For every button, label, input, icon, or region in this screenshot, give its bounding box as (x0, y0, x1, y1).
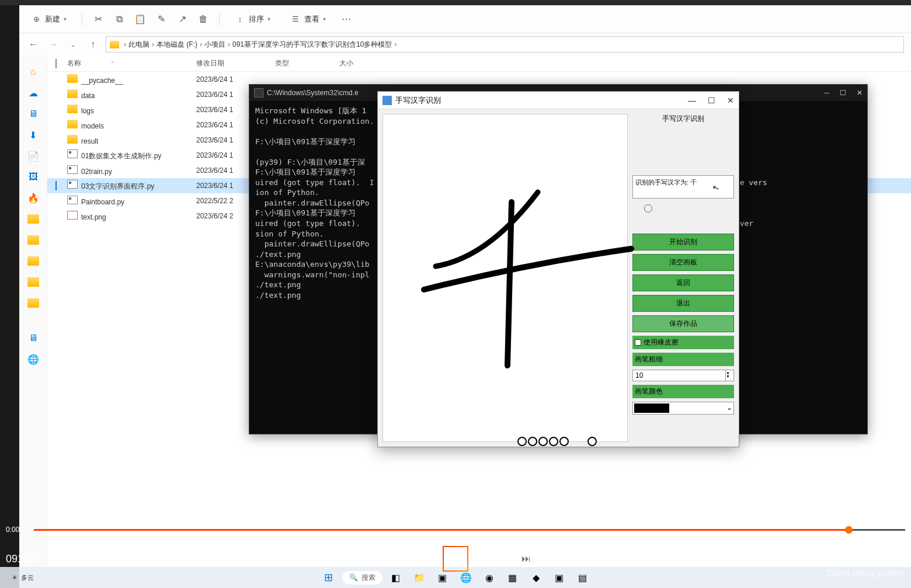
separator (82, 13, 82, 26)
maximize-icon[interactable]: ☐ (840, 89, 846, 97)
sidebar-folder[interactable] (24, 294, 43, 312)
nav-back-icon[interactable]: ← (26, 37, 40, 51)
file-name: models (81, 122, 104, 130)
play-button[interactable]: ▶ (443, 546, 468, 572)
separator (219, 13, 220, 26)
file-date: 2023/6/24 1 (196, 75, 275, 83)
maximize-icon[interactable]: ☐ (708, 96, 715, 105)
os-titlebar (0, 0, 911, 5)
col-type[interactable]: 类型 (275, 58, 339, 68)
col-name[interactable]: 名称⌃ (65, 58, 196, 68)
file-name: result (81, 137, 98, 145)
network-icon[interactable]: 🌐 (24, 350, 43, 368)
handwriting-gui-window: 手写汉字识别 — ☐ ✕ 手写汉字识别 识别的手写汉字为: 千 ↖ (377, 91, 739, 447)
downloads-icon[interactable]: ⬇ (24, 126, 43, 144)
forward-30-icon[interactable]: ↷30 (486, 551, 501, 566)
delete-icon[interactable]: 🗑 (198, 14, 208, 25)
drawing-canvas[interactable] (383, 114, 628, 442)
spin-down-icon[interactable]: ▼ (726, 374, 733, 378)
chevron-right-icon: › (228, 40, 230, 48)
app-icon (383, 96, 392, 105)
documents-icon[interactable]: 📄 (24, 147, 43, 165)
file-name: 03文字识别界面程序.py (81, 182, 154, 190)
sidebar-folder[interactable] (24, 210, 43, 228)
file-name: text.png (81, 213, 106, 221)
py-icon (67, 165, 78, 174)
nav-fwd-icon[interactable]: → (46, 37, 60, 51)
chevron-right-icon: › (124, 40, 126, 48)
chevron-down-icon: ▾ (64, 16, 67, 22)
col-checkbox[interactable] (47, 60, 65, 68)
breadcrumb[interactable]: › 此电脑 › 本地磁盘 (F:) › 小项目 › 091基于深度学习的手写汉字… (106, 36, 904, 53)
video-time: 0:00:51 (6, 526, 29, 534)
bc-folder1[interactable]: 小项目 (204, 40, 225, 50)
sidebar-folder[interactable] (24, 252, 43, 270)
cmd-icon (254, 88, 263, 98)
explorer-sidebar: ⌂ ☁ 🖥 ⬇ 📄 🖼 🔥 🖥 🌐 (19, 55, 47, 588)
folder-icon (67, 74, 78, 83)
onedrive-icon[interactable]: ☁ (24, 83, 43, 102)
shuffle-icon[interactable]: ⤨ (345, 551, 360, 566)
sidebar-folder[interactable] (24, 231, 43, 249)
gui-body: 手写汉字识别 识别的手写汉字为: 千 ↖ 开始识别 清空画板 返回 退出 保存作… (378, 109, 739, 447)
rewind-10-icon[interactable]: ↶10 (410, 551, 425, 566)
copy-icon[interactable]: ⧉ (114, 14, 124, 25)
folder-icon (67, 105, 78, 113)
new-button[interactable]: ⊕ 新建 ▾ (26, 12, 71, 27)
folder-icon (67, 120, 78, 128)
bc-folder2[interactable]: 091基于深度学习的手写汉字数字识别含10多种模型 (232, 40, 392, 50)
minimize-icon[interactable]: ─ (824, 89, 829, 97)
chevron-right-icon: › (152, 40, 154, 48)
gui-title-text: 手写汉字识别 (395, 95, 441, 106)
home-icon[interactable]: ⌂ (24, 62, 43, 81)
sort-asc-icon: ⌃ (110, 61, 115, 67)
col-size[interactable]: 大小 (339, 58, 386, 68)
pictures-icon[interactable]: 🖼 (24, 168, 43, 186)
chevron-down-icon[interactable]: ⌄ (726, 403, 732, 413)
checkbox-icon[interactable] (55, 181, 57, 190)
rename-icon[interactable]: ✎ (156, 14, 166, 25)
music-icon[interactable]: 🔥 (24, 189, 43, 207)
sort-icon: ↕ (235, 14, 245, 25)
file-name: logs (81, 107, 94, 115)
cursor-icon: ↖ (711, 182, 721, 193)
column-headers: 名称⌃ 修改日期 类型 大小 (47, 55, 911, 72)
chevron-right-icon: › (394, 40, 397, 48)
spin-up-icon[interactable]: ▲ (726, 370, 733, 374)
more-icon[interactable]: ⋯ (341, 14, 352, 25)
video-progress-bar[interactable]: 0:00:51 (0, 524, 911, 535)
bc-drive[interactable]: 本地磁盘 (F:) (157, 40, 197, 50)
folder-icon (67, 135, 78, 144)
video-track[interactable] (34, 529, 905, 531)
gui-titlebar[interactable]: 手写汉字识别 — ☐ ✕ (378, 92, 739, 109)
terminal-title: C:\Windows\System32\cmd.e (267, 89, 359, 97)
chevron-down-icon: ▾ (323, 16, 326, 22)
handwritten-stroke (383, 114, 658, 441)
next-track-icon[interactable]: ⏭ (519, 551, 534, 566)
share-icon[interactable]: ↗ (177, 14, 187, 25)
video-thumb[interactable] (845, 526, 853, 534)
cut-icon[interactable]: ✂ (93, 14, 103, 25)
sort-button[interactable]: ↕ 排序 ▾ (230, 12, 275, 27)
minimize-icon[interactable]: — (688, 96, 696, 105)
file-name: data (81, 92, 95, 100)
paste-icon[interactable]: 📋 (135, 14, 145, 25)
plus-circle-icon: ⊕ (31, 14, 41, 25)
col-date[interactable]: 修改日期 (196, 58, 275, 68)
nav-recent-icon[interactable]: ⌄ (66, 37, 80, 51)
py-icon (67, 149, 78, 158)
explorer-toolbar: ⊕ 新建 ▾ ✂ ⧉ 📋 ✎ ↗ 🗑 ↕ 排序 ▾ ☰ 查看 ▾ ⋯ (19, 5, 911, 33)
view-button[interactable]: ☰ 查看 ▾ (286, 12, 331, 27)
prev-track-icon[interactable]: ⏮ (377, 551, 392, 566)
loop-off-icon[interactable]: ⟲ (551, 551, 566, 566)
desktop-icon[interactable]: 🖥 (24, 105, 43, 123)
py-icon (67, 196, 78, 204)
watermark: CSDN @bug_creat0r (827, 568, 905, 577)
close-icon[interactable]: ✕ (857, 89, 863, 97)
sort-label: 排序 (249, 14, 264, 25)
close-icon[interactable]: ✕ (727, 96, 734, 105)
sidebar-folder[interactable] (24, 273, 43, 291)
bc-pc[interactable]: 此电脑 (128, 40, 149, 50)
this-pc-icon[interactable]: 🖥 (24, 329, 43, 347)
nav-up-icon[interactable]: ↑ (86, 37, 100, 51)
